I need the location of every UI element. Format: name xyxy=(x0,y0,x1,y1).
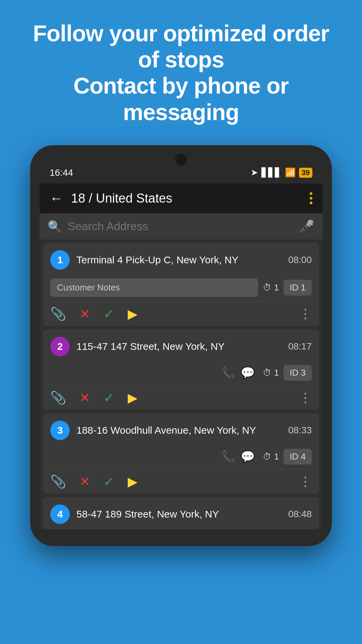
cancel-icon-2[interactable]: ✕ xyxy=(79,390,90,405)
stop-actions-3: 📎 ✕ ✓ ▶ ⋮ xyxy=(43,469,319,494)
back-button[interactable]: ← xyxy=(50,191,63,206)
signal-icon: ▋▋▋ xyxy=(261,167,282,178)
stop-time-3: 08:33 xyxy=(288,425,312,436)
more-dot-1 xyxy=(310,192,312,195)
stop-address-1: Terminal 4 Pick-Up C, New York, NY xyxy=(76,253,282,266)
hero-line1: Follow your optimized order of stops xyxy=(33,20,329,72)
phone-icon-3[interactable]: 📞 xyxy=(221,450,235,463)
phone-icon-2[interactable]: 📞 xyxy=(221,366,235,379)
battery-icon: 39 xyxy=(299,168,312,178)
check-icon-1[interactable]: ✓ xyxy=(104,307,114,321)
timer-icon-3: ⏱ xyxy=(263,451,272,462)
timer-icon-2: ⏱ xyxy=(263,368,272,378)
status-time: 16:44 xyxy=(50,167,73,178)
stop-header-4: 4 58-47 189 Street, New York, NY 08:48 xyxy=(43,497,319,529)
more-actions-3[interactable]: ⋮ xyxy=(299,474,312,489)
stop-badge-3: 3 xyxy=(50,421,70,440)
wifi-icon: 📶 xyxy=(285,167,296,178)
more-dot-3 xyxy=(310,202,312,204)
app-title: 18 / United States xyxy=(71,191,302,206)
search-icon: 🔍 xyxy=(48,220,62,233)
stop-badge-1: 1 xyxy=(50,250,70,270)
check-icon-3[interactable]: ✓ xyxy=(104,474,114,489)
attach-icon-2[interactable]: 📎 xyxy=(50,390,66,405)
app-bar: ← 18 / United States xyxy=(40,183,322,213)
timer-badge-1: ⏱ 1 xyxy=(263,282,279,293)
stop-header-1: 1 Terminal 4 Pick-Up C, New York, NY 08:… xyxy=(43,243,319,275)
stop-card-2: 2 115-47 147 Street, New York, NY 08:17 … xyxy=(43,329,319,410)
message-icon-2[interactable]: 💬 xyxy=(241,366,255,379)
id-badge-1: ID 1 xyxy=(284,280,312,296)
stop-notes-row-1: Customer Notes ⏱ 1 ID 1 xyxy=(43,275,319,302)
stop-time-4: 08:48 xyxy=(288,509,312,520)
stop-address-2: 115-47 147 Street, New York, NY xyxy=(76,340,282,353)
more-menu-button[interactable] xyxy=(310,192,312,204)
status-right: ➤ ▋▋▋ 📶 39 xyxy=(251,167,312,178)
navigate-icon-2[interactable]: ▶ xyxy=(128,390,137,405)
stop-badge-4: 4 xyxy=(50,504,70,524)
phone-shell: 16:44 ➤ ▋▋▋ 📶 39 ← 18 / United States 🔍 … xyxy=(30,145,332,546)
contact-icons-2: 📞 💬 xyxy=(221,366,255,379)
stop-time-2: 08:17 xyxy=(288,341,312,352)
cancel-icon-3[interactable]: ✕ xyxy=(79,474,90,489)
status-bar: 16:44 ➤ ▋▋▋ 📶 39 xyxy=(40,164,322,183)
id-badge-3: ID 4 xyxy=(284,449,312,465)
attach-icon-3[interactable]: 📎 xyxy=(50,474,66,489)
stop-list: 1 Terminal 4 Pick-Up C, New York, NY 08:… xyxy=(40,239,322,529)
stop-time-1: 08:00 xyxy=(288,255,312,265)
phone-mockup: 16:44 ➤ ▋▋▋ 📶 39 ← 18 / United States 🔍 … xyxy=(0,139,362,546)
check-icon-2[interactable]: ✓ xyxy=(104,390,114,405)
navigate-icon-3[interactable]: ▶ xyxy=(128,474,137,489)
stop-header-2: 2 115-47 147 Street, New York, NY 08:17 xyxy=(43,329,319,362)
timer-icon-1: ⏱ xyxy=(263,282,272,293)
customer-notes-1[interactable]: Customer Notes xyxy=(50,278,258,297)
stop-address-3: 188-16 Woodhull Avenue, New York, NY xyxy=(76,424,282,437)
camera-notch xyxy=(175,154,187,166)
more-dot-2 xyxy=(310,197,312,200)
stop-card-3: 3 188-16 Woodhull Avenue, New York, NY 0… xyxy=(43,413,319,494)
more-actions-2[interactable]: ⋮ xyxy=(299,390,312,405)
stop-actions-2: 📎 ✕ ✓ ▶ ⋮ xyxy=(43,385,319,410)
search-bar: 🔍 🎤 xyxy=(40,213,322,239)
stop-address-4: 58-47 189 Street, New York, NY xyxy=(76,507,282,521)
hero-line2: Contact by phone or messaging xyxy=(73,73,289,124)
search-input[interactable] xyxy=(68,220,293,233)
message-icon-3[interactable]: 💬 xyxy=(241,450,255,463)
stop-card-1: 1 Terminal 4 Pick-Up C, New York, NY 08:… xyxy=(43,243,319,326)
contact-icons-3: 📞 💬 xyxy=(221,450,255,463)
more-actions-1[interactable]: ⋮ xyxy=(299,307,312,321)
timer-badge-2: ⏱ 1 xyxy=(263,368,279,378)
cancel-icon-1[interactable]: ✕ xyxy=(79,307,90,321)
stop-card-4: 4 58-47 189 Street, New York, NY 08:48 xyxy=(43,497,319,529)
stop-notes-row-2: 📞 💬 ⏱ 1 ID 3 xyxy=(43,362,319,385)
navigate-icon-1[interactable]: ▶ xyxy=(128,307,137,321)
attach-icon-1[interactable]: 📎 xyxy=(50,307,66,321)
id-badge-2: ID 3 xyxy=(284,365,312,381)
stop-actions-1: 📎 ✕ ✓ ▶ ⋮ xyxy=(43,302,319,326)
location-icon: ➤ xyxy=(251,167,258,178)
stop-notes-row-3: 📞 💬 ⏱ 1 ID 4 xyxy=(43,445,319,469)
timer-badge-3: ⏱ 1 xyxy=(263,451,279,462)
stop-badge-2: 2 xyxy=(50,337,70,356)
microphone-icon[interactable]: 🎤 xyxy=(299,219,314,233)
stop-header-3: 3 188-16 Woodhull Avenue, New York, NY 0… xyxy=(43,413,319,445)
hero-header: Follow your optimized order of stops Con… xyxy=(0,0,362,139)
